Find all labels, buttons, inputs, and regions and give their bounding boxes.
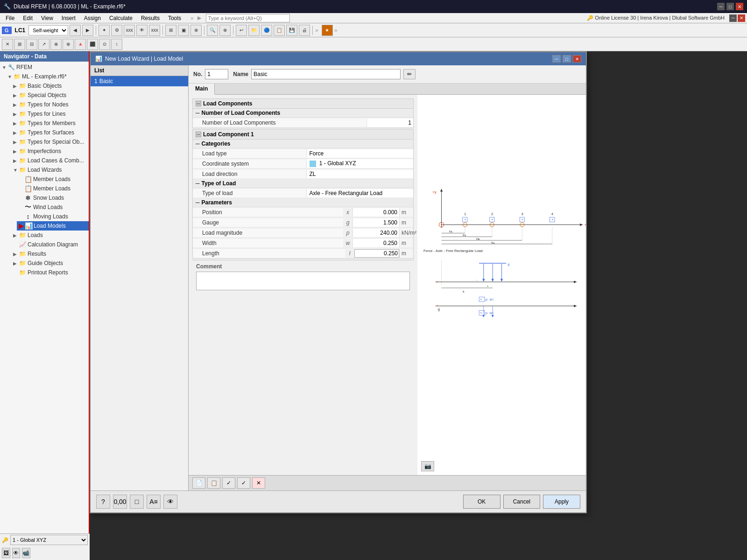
cancel-button[interactable]: Cancel	[503, 495, 540, 509]
nav-calc-diagram[interactable]: ▶ 📈 Calculation Diagram	[11, 240, 89, 249]
load-type-value[interactable]: Force	[306, 149, 414, 158]
info-button[interactable]: 0,00	[113, 495, 127, 509]
tool8[interactable]: ⊕	[190, 25, 202, 36]
nav-types-surfaces[interactable]: ▶ 📁 Types for Surfaces	[11, 128, 89, 137]
tool9[interactable]: 🔍	[207, 25, 218, 36]
menu-results[interactable]: Results	[137, 14, 163, 22]
next-btn[interactable]: ▶	[82, 25, 93, 36]
t2-1[interactable]: ✕	[2, 39, 13, 50]
search-input[interactable]	[206, 14, 290, 22]
name-input[interactable]	[251, 69, 401, 79]
tool12[interactable]: 📁	[248, 25, 260, 36]
load-components-header[interactable]: ─ Load Components	[193, 99, 413, 109]
menu-calculate[interactable]: Calculate	[106, 14, 136, 22]
menu-assign[interactable]: Assign	[80, 14, 105, 22]
nav-rfem[interactable]: ▼ 🔧 RFEM	[0, 63, 89, 72]
nav-results[interactable]: ▶ 📁 Results	[11, 249, 89, 259]
nav-guide-objects[interactable]: ▶ 📁 Guide Objects	[11, 259, 89, 268]
tool3[interactable]: xxx	[124, 25, 135, 36]
menu-edit[interactable]: Edit	[19, 14, 36, 22]
tool11[interactable]: ↩	[236, 25, 247, 36]
tool13[interactable]: 🔵	[261, 25, 272, 36]
list-item-basic[interactable]: 1 Basic	[91, 76, 188, 86]
length-input[interactable]	[354, 249, 399, 258]
menu-insert[interactable]: Insert	[58, 14, 79, 22]
load-dir-value[interactable]: ZL	[306, 170, 414, 178]
nav-printout[interactable]: ▶ 📁 Printout Reports	[11, 268, 89, 277]
nav-member-loads-2[interactable]: ▶ 📋 Member Loads	[17, 184, 89, 193]
form-tool-delete[interactable]: ✕	[252, 477, 265, 489]
tab-main[interactable]: Main	[189, 84, 215, 95]
nav-load-wizards[interactable]: ▼ 📁 Load Wizards	[11, 165, 89, 175]
help-button[interactable]: ?	[96, 495, 110, 509]
nav-load-models[interactable]: ▶ 📊 Load Models	[17, 221, 89, 231]
collapse-sub-btn[interactable]: ─	[196, 199, 200, 206]
ok-button[interactable]: OK	[463, 495, 500, 509]
maximize-button[interactable]: □	[726, 3, 734, 10]
t2-10[interactable]: ↕	[111, 39, 122, 50]
form-tool-check2[interactable]: ✓	[237, 477, 250, 489]
menu-view[interactable]: View	[37, 14, 57, 22]
coord-sys-value[interactable]: 1 - Global XYZ	[306, 159, 414, 168]
nav-load-cases[interactable]: ▶ 📁 Load Cases & Comb...	[11, 156, 89, 165]
no-input[interactable]	[205, 69, 228, 79]
diagram-tool-btn[interactable]: 📷	[421, 461, 434, 471]
dialog-title-controls[interactable]: ─ □ ✕	[552, 55, 581, 63]
nav-special-objects[interactable]: ▶ 📁 Special Objects	[11, 91, 89, 100]
tool15[interactable]: 💾	[286, 25, 297, 36]
t2-5[interactable]: ⊕	[50, 39, 62, 50]
license-minimize[interactable]: ─	[729, 14, 737, 22]
dialog-close[interactable]: ✕	[573, 55, 581, 63]
menu-tools[interactable]: Tools	[164, 14, 185, 22]
tool7[interactable]: ▣	[178, 25, 189, 36]
nav-types-lines[interactable]: ▶ 📁 Types for Lines	[11, 109, 89, 119]
form-tool-new[interactable]: 📄	[192, 477, 205, 489]
coord-select[interactable]: 1 - Global XYZ	[10, 535, 88, 545]
collapse-sub-btn[interactable]: ─	[196, 140, 200, 147]
tool2[interactable]: ⚙	[111, 25, 122, 36]
prev-btn[interactable]: ◀	[70, 25, 81, 36]
nav-btn-3[interactable]: 📹	[22, 548, 30, 558]
minimize-button[interactable]: ─	[717, 3, 725, 10]
table-button[interactable]: A≡	[147, 495, 161, 509]
title-bar-controls[interactable]: ─ □ ✕	[717, 3, 743, 10]
nav-btn-2[interactable]: 👁	[12, 548, 21, 558]
nav-types-nodes[interactable]: ▶ 📁 Types for Nodes	[11, 100, 89, 109]
t2-7[interactable]: 🔺	[75, 39, 86, 50]
tool16[interactable]: 🖨	[299, 25, 310, 36]
tool5[interactable]: xxx	[149, 25, 160, 36]
dialog-minimize[interactable]: ─	[552, 55, 561, 63]
t2-9[interactable]: ⊙	[99, 39, 110, 50]
form-tool-check[interactable]: ✓	[222, 477, 235, 489]
t2-2[interactable]: ⊞	[14, 39, 25, 50]
menu-file[interactable]: File	[2, 14, 18, 22]
t2-4[interactable]: ↗	[38, 39, 49, 50]
tool6[interactable]: ⊞	[165, 25, 176, 36]
view-button[interactable]: □	[130, 495, 144, 509]
tool10[interactable]: ⊕	[219, 25, 231, 36]
tool4[interactable]: 👁	[136, 25, 148, 36]
highlight-btn[interactable]: ★	[322, 25, 333, 36]
nav-moving-loads[interactable]: ▶ ↕ Moving Loads	[17, 212, 89, 221]
tol-value[interactable]: Axle - Free Rectangular Load	[306, 189, 414, 197]
apply-button[interactable]: Apply	[543, 495, 580, 509]
tool1[interactable]: ✦	[99, 25, 110, 36]
collapse-sub-btn[interactable]: ─	[196, 180, 200, 187]
nav-wind-loads[interactable]: ▶ 〜 Wind Loads	[17, 203, 89, 212]
nav-btn-1[interactable]: 🖼	[2, 548, 10, 558]
edit-name-btn[interactable]: ✏	[403, 69, 416, 79]
lc-select[interactable]: Self-weight	[28, 25, 68, 35]
nav-imperfections[interactable]: ▶ 📁 Imperfections	[11, 147, 89, 156]
nav-types-members[interactable]: ▶ 📁 Types for Members	[11, 119, 89, 128]
nav-snow-loads[interactable]: ▶ ❄ Snow Loads	[17, 193, 89, 203]
form-tool-copy[interactable]: 📋	[207, 477, 220, 489]
nav-types-special[interactable]: ▶ 📁 Types for Special Ob...	[11, 137, 89, 147]
collapse-btn[interactable]: ─	[196, 101, 201, 106]
collapse-sub-btn[interactable]: ─	[196, 110, 200, 116]
t2-6[interactable]: ⊕	[63, 39, 74, 50]
dialog-maximize[interactable]: □	[563, 55, 571, 63]
t2-8[interactable]: ⬛	[87, 39, 98, 50]
close-button[interactable]: ✕	[736, 3, 743, 10]
nav-loads[interactable]: ▶ 📁 Loads	[11, 231, 89, 240]
nav-project[interactable]: ▼ 📁 ML - Example.rf6*	[6, 72, 89, 81]
